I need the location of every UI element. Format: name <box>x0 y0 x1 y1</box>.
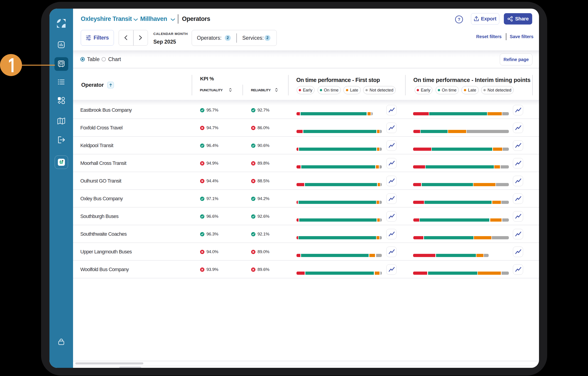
svg-text:?: ? <box>458 17 461 22</box>
